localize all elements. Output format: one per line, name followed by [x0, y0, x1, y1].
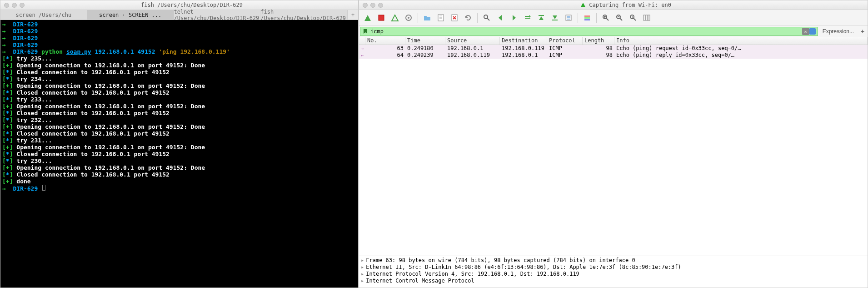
packet-list[interactable]: No. Time Source Destination Protocol Len… [359, 37, 868, 256]
wireshark-titlebar[interactable]: Capturing from Wi-Fi: en0 [359, 0, 868, 10]
open-file-button[interactable] [421, 12, 433, 24]
svg-rect-8 [539, 15, 544, 16]
add-filter-button[interactable]: + [858, 28, 867, 35]
svg-rect-12 [584, 17, 590, 19]
go-to-packet-button[interactable] [522, 12, 534, 24]
expand-icon[interactable]: ▸ [361, 278, 364, 284]
wireshark-window: Capturing from Wi-Fi: en0 1 icmp [359, 0, 868, 288]
terminal-tabs: screen /Users/chu screen · SCREEN ... te… [0, 10, 358, 20]
svg-point-2 [408, 17, 409, 19]
packet-row[interactable]: ←640.249239192.168.0.119192.168.0.1ICMP9… [359, 52, 868, 59]
col-info[interactable]: Info [614, 37, 868, 45]
detail-row: ▸Ethernet II, Src: D-LinkIn_64:98:86 (e4… [361, 264, 866, 271]
svg-point-5 [484, 15, 488, 19]
go-last-button[interactable] [549, 12, 561, 24]
restart-capture-button[interactable] [389, 12, 401, 24]
filter-bar: icmp ✕ Expression... + [359, 26, 868, 37]
expand-icon[interactable]: ▸ [361, 264, 364, 270]
bookmark-icon[interactable] [362, 28, 369, 35]
window-controls [4, 3, 25, 8]
col-protocol[interactable]: Protocol [547, 37, 583, 45]
maximize-button[interactable] [378, 3, 383, 8]
find-packet-button[interactable] [481, 12, 493, 24]
new-tab-button[interactable]: + [347, 10, 358, 20]
window-controls [363, 3, 383, 8]
detail-row: ▸Frame 63: 98 bytes on wire (784 bits), … [361, 257, 866, 264]
svg-rect-13 [584, 19, 590, 20]
zoom-in-button[interactable] [600, 12, 612, 24]
terminal-tab-2[interactable]: telnet /Users/chu/Desktop/DIR-629 [174, 10, 261, 20]
detail-row: ▸Internet Control Message Protocol [361, 278, 866, 284]
expression-button[interactable]: Expression... [820, 28, 857, 35]
reload-button[interactable] [462, 12, 474, 24]
detail-row: ▸Internet Protocol Version 4, Src: 192.1… [361, 271, 866, 278]
direction-icon: → [359, 45, 365, 52]
col-source[interactable]: Source [445, 37, 500, 45]
svg-rect-7 [525, 18, 530, 19]
go-back-button[interactable] [494, 12, 506, 24]
expand-icon[interactable]: ▸ [361, 257, 364, 263]
close-button[interactable] [363, 3, 368, 8]
terminal-tab-1[interactable]: screen · SCREEN ... [87, 10, 174, 20]
direction-icon: ← [359, 52, 365, 59]
minimize-button[interactable] [12, 3, 17, 8]
svg-rect-0 [379, 15, 384, 20]
svg-rect-9 [552, 20, 558, 20]
packet-list-header[interactable]: No. Time Source Destination Protocol Len… [359, 37, 868, 45]
wireshark-fin-icon [580, 2, 586, 7]
close-button[interactable] [4, 3, 9, 8]
svg-rect-20 [648, 15, 650, 20]
svg-rect-18 [644, 15, 645, 20]
stop-capture-button[interactable] [375, 12, 387, 24]
terminal-tab-3[interactable]: fish /Users/chu/Desktop/DIR-629 [260, 10, 347, 20]
svg-text:1: 1 [631, 15, 633, 19]
col-no[interactable]: No. [365, 37, 405, 45]
go-forward-button[interactable] [508, 12, 520, 24]
colorize-button[interactable] [581, 12, 593, 24]
filter-text: icmp [370, 28, 384, 35]
svg-rect-19 [646, 15, 648, 20]
col-destination[interactable]: Destination [500, 37, 547, 45]
clear-filter-button[interactable]: ✕ [802, 28, 809, 35]
expand-icon[interactable]: ▸ [361, 271, 364, 277]
terminal-output[interactable]: → DIR-629→ DIR-629→ DIR-629→ DIR-629→ DI… [0, 20, 358, 288]
terminal-window: fish /Users/chu/Desktop/DIR-629 screen /… [0, 0, 359, 288]
display-filter-input[interactable]: icmp ✕ [360, 27, 818, 36]
terminal-tab-0[interactable]: screen /Users/chu [0, 10, 87, 20]
go-first-button[interactable] [535, 12, 547, 24]
zoom-reset-button[interactable]: 1 [627, 12, 639, 24]
auto-scroll-button[interactable] [563, 12, 574, 24]
packet-details[interactable]: ▸Frame 63: 98 bytes on wire (784 bits), … [359, 256, 868, 288]
wireshark-title: Capturing from Wi-Fi: en0 [388, 2, 864, 8]
close-file-button[interactable] [449, 12, 460, 24]
wireshark-toolbar: 1 [359, 10, 868, 26]
col-time[interactable]: Time [405, 37, 445, 45]
capture-options-button[interactable] [403, 12, 414, 24]
svg-rect-11 [584, 15, 590, 17]
zoom-out-button[interactable] [614, 12, 625, 24]
packet-row[interactable]: →630.249180192.168.0.1192.168.0.119ICMP9… [359, 45, 868, 52]
terminal-title: fish /Users/chu/Desktop/DIR-629 [29, 2, 354, 8]
col-length[interactable]: Length [583, 37, 614, 45]
filter-dropdown-button[interactable] [809, 28, 816, 35]
resize-columns-button[interactable] [641, 12, 653, 24]
maximize-button[interactable] [20, 3, 25, 8]
save-file-button[interactable] [435, 12, 447, 24]
svg-rect-3 [438, 15, 444, 21]
minimize-button[interactable] [370, 3, 375, 8]
start-capture-button[interactable] [362, 12, 374, 24]
